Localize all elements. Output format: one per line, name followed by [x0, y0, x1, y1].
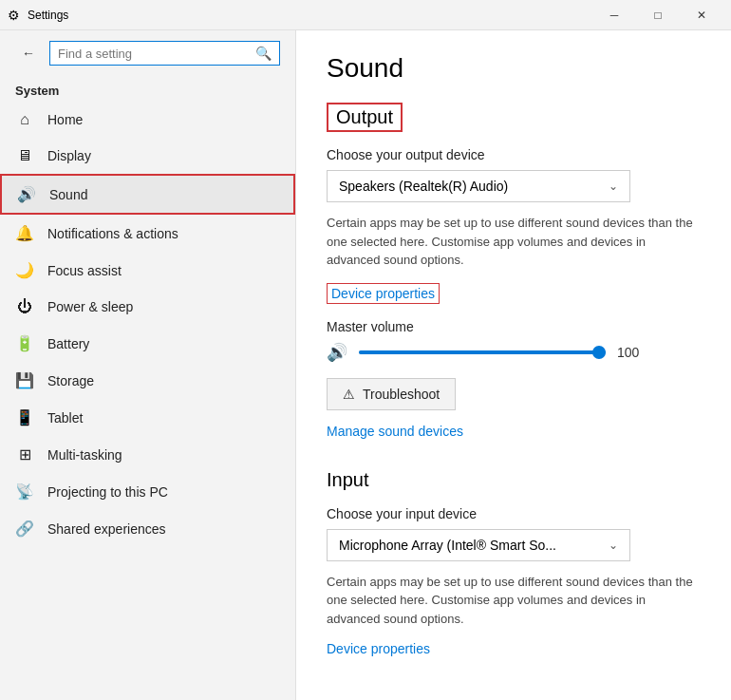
sidebar-item-battery[interactable]: 🔋 Battery: [0, 325, 295, 362]
window-controls: ─ □ ✕: [592, 0, 723, 30]
volume-slider[interactable]: [359, 350, 606, 354]
sidebar-item-battery-label: Battery: [47, 336, 89, 351]
input-info-text: Certain apps may be set up to use differ…: [327, 573, 701, 629]
display-icon: 🖥: [15, 147, 34, 164]
tablet-icon: 📱: [15, 408, 34, 426]
app-body: ← 🔍 System ⌂ Home 🖥 Display 🔊 Sound 🔔 No…: [0, 30, 731, 700]
sidebar-item-shared-label: Shared experiences: [47, 521, 166, 537]
sidebar-item-notifications[interactable]: 🔔 Notifications & actions: [0, 215, 295, 252]
search-box[interactable]: 🔍: [49, 41, 280, 66]
sidebar-item-focus[interactable]: 🌙 Focus assist: [0, 252, 295, 289]
sidebar-item-multitasking-label: Multi-tasking: [47, 447, 122, 463]
battery-icon: 🔋: [15, 334, 34, 352]
projecting-icon: 📡: [15, 482, 34, 501]
input-device-properties-link[interactable]: Device properties: [327, 641, 430, 656]
troubleshoot-button[interactable]: ⚠ Troubleshoot: [327, 378, 456, 410]
volume-slider-fill: [359, 350, 606, 354]
input-device-label: Choose your input device: [327, 506, 701, 521]
manage-sound-devices-link[interactable]: Manage sound devices: [327, 424, 463, 439]
sidebar-item-display[interactable]: 🖥 Display: [0, 138, 295, 174]
page-title: Sound: [327, 53, 701, 84]
close-button[interactable]: ✕: [680, 0, 723, 30]
search-input[interactable]: [50, 43, 248, 65]
title-bar: ⚙ Settings ─ □ ✕: [0, 0, 731, 30]
sidebar-item-power-label: Power & sleep: [47, 299, 133, 314]
title-bar-title: Settings: [28, 9, 68, 22]
input-dropdown-chevron: ⌄: [609, 539, 618, 552]
output-dropdown-chevron: ⌄: [609, 180, 618, 193]
output-device-value: Speakers (Realtek(R) Audio): [339, 179, 508, 194]
device-properties-link[interactable]: Device properties: [327, 283, 440, 304]
back-button[interactable]: ←: [15, 40, 42, 66]
volume-slider-thumb: [592, 346, 606, 359]
sidebar: ← 🔍 System ⌂ Home 🖥 Display 🔊 Sound 🔔 No…: [0, 30, 296, 700]
input-device-dropdown[interactable]: Microphone Array (Intel® Smart So... ⌄: [327, 529, 630, 561]
sidebar-item-sound-label: Sound: [49, 187, 87, 202]
sidebar-item-focus-label: Focus assist: [47, 263, 122, 278]
content-area: Sound Output Choose your output device S…: [296, 30, 731, 700]
volume-section: Master volume 🔊 100: [327, 319, 701, 363]
input-section-title: Input: [327, 469, 701, 491]
sidebar-section-label: System: [0, 76, 295, 102]
settings-icon: ⚙: [8, 8, 20, 23]
sidebar-item-power[interactable]: ⏻ Power & sleep: [0, 289, 295, 325]
home-icon: ⌂: [15, 111, 34, 128]
sidebar-item-notifications-label: Notifications & actions: [47, 226, 178, 241]
volume-value: 100: [617, 345, 646, 360]
sound-icon: 🔊: [17, 185, 36, 203]
sidebar-item-home[interactable]: ⌂ Home: [0, 102, 295, 138]
volume-icon: 🔊: [327, 342, 347, 363]
minimize-button[interactable]: ─: [592, 0, 636, 30]
divider: [327, 454, 701, 469]
troubleshoot-label: Troubleshoot: [363, 387, 440, 402]
warning-icon: ⚠: [343, 387, 355, 402]
sidebar-item-sound[interactable]: 🔊 Sound: [0, 174, 295, 215]
notifications-icon: 🔔: [15, 224, 34, 242]
focus-icon: 🌙: [15, 261, 34, 279]
sidebar-item-tablet-label: Tablet: [47, 410, 83, 426]
input-device-value: Microphone Array (Intel® Smart So...: [339, 538, 556, 553]
sidebar-item-tablet[interactable]: 📱 Tablet: [0, 399, 295, 436]
output-section-header: Output: [327, 103, 403, 132]
volume-row: 🔊 100: [327, 342, 701, 363]
sidebar-item-multitasking[interactable]: ⊞ Multi-tasking: [0, 436, 295, 473]
shared-icon: 🔗: [15, 520, 34, 538]
sidebar-item-storage-label: Storage: [47, 373, 94, 388]
sidebar-item-display-label: Display: [47, 148, 91, 163]
output-device-dropdown[interactable]: Speakers (Realtek(R) Audio) ⌄: [327, 170, 630, 202]
sidebar-item-projecting[interactable]: 📡 Projecting to this PC: [0, 473, 295, 510]
sidebar-nav-top: ← 🔍: [0, 30, 295, 76]
sidebar-item-shared[interactable]: 🔗 Shared experiences: [0, 510, 295, 547]
multitasking-icon: ⊞: [15, 445, 34, 464]
sidebar-item-projecting-label: Projecting to this PC: [47, 484, 168, 500]
storage-icon: 💾: [15, 371, 34, 389]
output-device-label: Choose your output device: [327, 147, 701, 162]
title-bar-left: ⚙ Settings: [8, 8, 68, 23]
search-icon-button[interactable]: 🔍: [248, 42, 279, 65]
power-icon: ⏻: [15, 298, 34, 315]
output-info-text: Certain apps may be set up to use differ…: [327, 214, 701, 270]
volume-label: Master volume: [327, 319, 701, 334]
sidebar-item-storage[interactable]: 💾 Storage: [0, 362, 295, 399]
output-section-title: Output: [336, 106, 393, 127]
sidebar-item-home-label: Home: [47, 112, 83, 127]
maximize-button[interactable]: □: [636, 0, 680, 30]
